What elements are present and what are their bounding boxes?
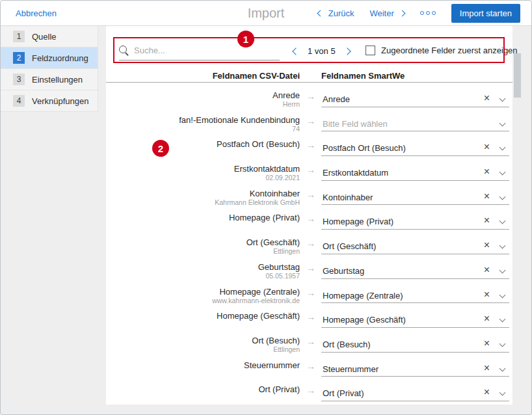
field-mapping-row: Homepage (Privat) → Homepage (Privat) ×	[106, 205, 512, 230]
smartwe-field-select[interactable]: Geburtstag ×	[321, 263, 509, 279]
csv-field-cell: Homepage (Geschäft)	[106, 312, 300, 321]
smartwe-field-value: Ort (Privat)	[323, 388, 364, 398]
more-options-icon[interactable]	[420, 11, 436, 15]
smartwe-field-select[interactable]: Ort (Besuch) ×	[321, 337, 509, 353]
sidebar-step-feldzuordnung[interactable]: 2 Feldzuordnung	[0, 47, 98, 69]
arrow-right-icon: →	[303, 362, 319, 371]
chevron-down-icon[interactable]	[499, 365, 506, 371]
csv-field-name: Steuernummer	[106, 361, 300, 370]
page-title: Import	[248, 6, 285, 21]
cancel-button[interactable]: Abbrechen	[16, 8, 57, 18]
clear-icon[interactable]: ×	[484, 239, 490, 251]
chevron-down-icon[interactable]	[499, 267, 506, 273]
smartwe-field-select[interactable]: Homepage (Geschäft) ×	[321, 312, 509, 328]
csv-field-name: Homepage (Privat)	[106, 213, 300, 222]
next-button[interactable]: Weiter	[369, 8, 404, 18]
clear-icon[interactable]: ×	[484, 362, 490, 374]
step-label: Quelle	[32, 32, 57, 42]
field-mapping-row: Homepage (Geschäft) → Homepage (Geschäft…	[106, 303, 512, 328]
arrow-right-icon: →	[303, 312, 319, 321]
mapped-first-checkbox-label[interactable]: Zugeordnete Felder zuerst anzeigen	[381, 46, 518, 55]
import-steps: 1 Quelle 2 Feldzuordnung 3 Einstellungen…	[0, 26, 98, 112]
page-indicator: 1 von 5	[308, 46, 336, 56]
chevron-down-icon[interactable]	[499, 390, 506, 396]
csv-field-cell: Ort (Besuch) Ettlingen	[106, 336, 300, 354]
chevron-down-icon[interactable]	[499, 120, 506, 126]
clear-icon[interactable]: ×	[484, 215, 490, 226]
smartwe-field-value: Bitte Feld wählen	[323, 119, 388, 129]
toolbar-actions: Zurück Weiter Import starten	[318, 0, 520, 26]
field-mapping-row: Ort (Geschäft) Ettlingen → Ort (Geschäft…	[106, 230, 512, 254]
chevron-down-icon[interactable]	[499, 96, 506, 102]
smartwe-field-select[interactable]: Kontoinhaber ×	[321, 190, 509, 206]
smartwe-field-select[interactable]: Erstkontaktdatum ×	[321, 165, 509, 181]
smartwe-field-select[interactable]: Steuernummer ×	[321, 362, 509, 377]
chevron-right-icon	[399, 10, 405, 16]
csv-field-name: Homepage (Geschäft)	[106, 312, 300, 321]
page-next-icon[interactable]	[343, 47, 351, 55]
chevron-down-icon[interactable]	[499, 144, 506, 151]
clear-icon[interactable]: ×	[484, 141, 490, 153]
csv-field-name: Homepage (Zentrale)	[106, 288, 300, 297]
smartwe-field-select[interactable]: Ort (Privat) ×	[321, 386, 509, 401]
smartwe-field-select[interactable]: Postfach Ort (Besuch) ×	[321, 141, 509, 156]
clear-icon[interactable]: ×	[484, 338, 490, 349]
arrow-right-icon: →	[303, 386, 319, 395]
csv-field-cell: fan!-Emotionale Kundenbindung 74	[106, 116, 300, 133]
smartwe-field-select[interactable]: Homepage (Zentrale) ×	[321, 288, 509, 304]
csv-field-name: Ort (Besuch)	[106, 336, 300, 345]
clear-icon[interactable]: ×	[484, 313, 490, 325]
chevron-down-icon[interactable]	[499, 340, 506, 347]
sidebar-step-verknüpfungen[interactable]: 4 Verknüpfungen	[0, 90, 98, 112]
step-label: Feldzuordnung	[32, 53, 88, 63]
chevron-down-icon[interactable]	[499, 316, 506, 323]
smartwe-field-value: Postfach Ort (Besuch)	[323, 143, 406, 153]
chevron-down-icon[interactable]	[499, 169, 506, 176]
csv-field-cell: Kontoinhaber Kahrmann Elektronik GmbH	[106, 189, 300, 207]
smartwe-field-select[interactable]: Anrede ×	[321, 92, 509, 107]
chevron-down-icon[interactable]	[499, 243, 506, 249]
smartwe-field-value: Erstkontaktdatum	[323, 168, 388, 178]
mapped-first-checkbox[interactable]	[366, 46, 375, 55]
mapped-first-checkbox-group: Zugeordnete Felder zuerst anzeigen	[366, 46, 518, 55]
arrow-right-icon: →	[303, 239, 319, 248]
import-start-button[interactable]: Import starten	[451, 4, 520, 23]
vertical-scrollbar[interactable]	[514, 53, 521, 98]
csv-field-name: Anrede	[106, 91, 300, 100]
chevron-down-icon[interactable]	[499, 218, 506, 224]
clear-icon[interactable]: ×	[484, 166, 490, 178]
smartwe-field-select[interactable]: Ort (Geschäft) ×	[321, 239, 509, 254]
csv-field-name: Postfach Ort (Besuch)	[106, 140, 300, 149]
arrow-right-icon: →	[303, 165, 319, 174]
page-previous-icon[interactable]	[292, 47, 299, 55]
clear-icon[interactable]: ×	[484, 289, 490, 301]
step-label: Verknüpfungen	[32, 96, 88, 106]
clear-icon[interactable]: ×	[484, 264, 490, 276]
field-mapping-list: Anrede Herrn → Anrede × fan!-Emotionale …	[106, 83, 512, 401]
smartwe-field-select[interactable]: Homepage (Privat) ×	[321, 214, 509, 230]
clear-icon[interactable]: ×	[484, 386, 490, 398]
field-mapping-row: Anrede Herrn → Anrede ×	[106, 83, 512, 107]
field-mapping-row: Ort (Besuch) Ettlingen → Ort (Besuch) ×	[106, 328, 512, 353]
chevron-down-icon[interactable]	[499, 291, 506, 298]
top-toolbar: Abbrechen Import Zurück Weiter Import st…	[0, 0, 532, 26]
arrow-right-icon: →	[303, 141, 319, 150]
clear-icon[interactable]: ×	[484, 191, 490, 202]
annotation-badge-2: 2	[152, 140, 169, 157]
dot-icon	[432, 11, 436, 15]
back-button[interactable]: Zurück	[318, 8, 354, 18]
search-icon	[119, 46, 129, 55]
step-number: 2	[13, 52, 25, 64]
csv-field-cell: Postfach Ort (Besuch)	[106, 140, 300, 149]
chevron-down-icon[interactable]	[499, 193, 506, 200]
arrow-right-icon: →	[303, 214, 319, 223]
sidebar-step-quelle[interactable]: 1 Quelle	[0, 26, 98, 47]
smartwe-field-select[interactable]: Bitte Feld wählen ×	[321, 116, 509, 132]
clear-icon[interactable]: ×	[484, 92, 490, 104]
search-input[interactable]	[134, 46, 271, 55]
field-mapping-panel: 1 2 1 von 5 Zugeordnete Felder zuerst an…	[106, 26, 512, 405]
csv-field-name: Ort (Geschäft)	[106, 238, 300, 247]
column-header-csv: Feldnamen CSV-Datei	[106, 71, 300, 81]
field-mapping-row: Geburtstag 05.05.1957 → Geburtstag ×	[106, 254, 512, 279]
sidebar-step-einstellungen[interactable]: 3 Einstellungen	[0, 69, 98, 90]
